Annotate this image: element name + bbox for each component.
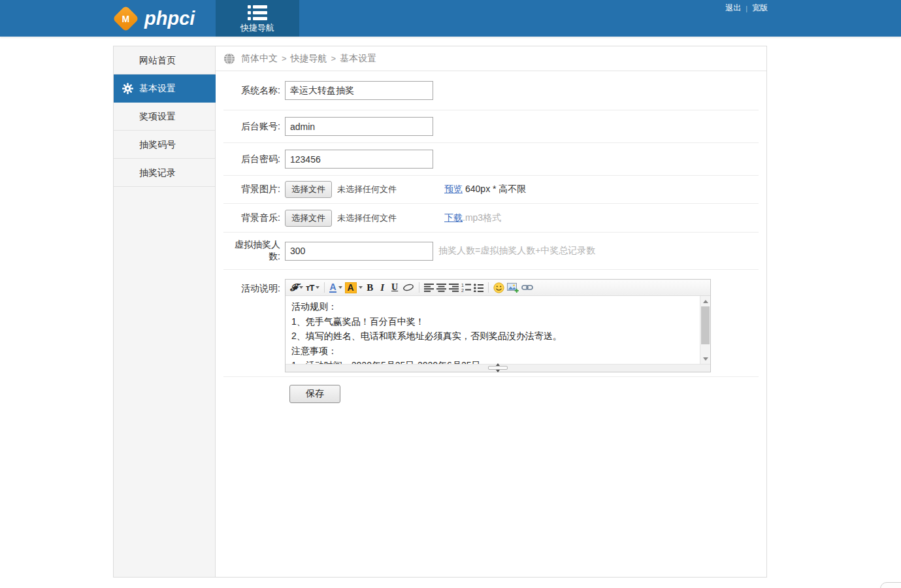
highlight-color-icon: A	[345, 282, 357, 293]
scrollbar-down-arrow[interactable]	[700, 354, 710, 363]
system-name-label: 系统名称:	[223, 85, 285, 97]
form-row-system-name: 系统名称:	[223, 71, 759, 110]
breadcrumb-page: 基本设置	[340, 53, 376, 65]
editor-line: 注意事项：	[291, 344, 693, 359]
scrollbar-thumb[interactable]	[701, 306, 710, 344]
back-to-top-widget[interactable]	[880, 582, 901, 588]
globe-icon	[223, 53, 235, 65]
toolbar-separator	[419, 282, 419, 293]
sidebar-item-prize-settings[interactable]: 奖项设置	[114, 103, 215, 131]
background-image-label: 背景图片:	[223, 184, 285, 195]
remove-format-button[interactable]	[401, 281, 416, 294]
admin-account-input[interactable]	[285, 117, 433, 136]
align-center-icon	[436, 284, 446, 292]
editor-line: 1、活动时间：2020年5月25日-2020年6月25日	[291, 358, 693, 364]
virtual-count-input[interactable]	[285, 242, 433, 261]
sidebar-item-label: 网站首页	[139, 55, 176, 65]
unordered-list-button[interactable]	[472, 281, 485, 294]
sidebar-item-lottery-records[interactable]: 抽奖记录	[114, 159, 215, 187]
align-right-button[interactable]	[448, 281, 460, 294]
form-row-activity-description: 活动说明: 𝓕 ᴛT A	[223, 270, 759, 377]
save-button[interactable]: 保存	[289, 385, 340, 403]
align-center-button[interactable]	[435, 281, 448, 294]
highlight-color-button[interactable]: A	[344, 281, 364, 294]
unordered-list-icon	[474, 284, 483, 292]
toolbar-separator	[324, 282, 325, 293]
system-name-input[interactable]	[285, 81, 433, 100]
nav-tab-quick-navigation[interactable]: 快捷导航	[216, 0, 299, 37]
breadcrumb-section: 快捷导航	[291, 53, 327, 65]
align-right-icon	[449, 284, 459, 292]
virtual-count-hint: 抽奖人数=虚拟抽奖人数+中奖总记录数	[438, 245, 595, 257]
eraser-icon	[402, 283, 414, 292]
nav-tab-label: 快捷导航	[216, 22, 299, 34]
editor-content[interactable]: 活动规则： 1、凭手气赢奖品！百分百中奖！ 2、填写的姓名、电话和联系地址必须真…	[286, 296, 710, 364]
form-row-background-music: 背景音乐: 选择文件 未选择任何文件 下载 .mp3格式	[223, 204, 759, 233]
font-size-button[interactable]: ᴛT	[304, 281, 321, 294]
triangle-down-icon	[703, 357, 708, 361]
admin-password-label: 后台密码:	[223, 154, 285, 165]
editor-line: 活动规则：	[291, 299, 693, 314]
editor-toolbar: 𝓕 ᴛT A A B	[286, 280, 710, 296]
editor-resize-bar[interactable]	[286, 364, 710, 372]
preview-link[interactable]: 预览	[444, 184, 463, 195]
sidebar-item-label: 抽奖记录	[139, 167, 176, 178]
logout-link[interactable]: 退出	[725, 3, 741, 14]
background-music-label: 背景音乐:	[223, 212, 285, 224]
svg-text:1: 1	[461, 283, 464, 287]
sidebar-item-basic-settings[interactable]: 基本设置	[114, 74, 216, 103]
wide-version-link[interactable]: 宽版	[752, 3, 768, 14]
top-header: M phpci 快捷导航 退出 | 宽版	[0, 0, 901, 37]
brand-name: phpci	[144, 8, 195, 29]
breadcrumb-separator: >	[331, 54, 336, 63]
content-area: 简体中文 > 快捷导航 > 基本设置 系统名称: 后台账号: 后台密码: 背景图…	[216, 46, 766, 577]
svg-text:2: 2	[461, 288, 464, 292]
form-row-admin-account: 后台账号:	[223, 110, 759, 143]
breadcrumb-language: 简体中文	[241, 53, 278, 65]
form-row-virtual-count: 虚拟抽奖人数: 抽奖人数=虚拟抽奖人数+中奖总记录数	[223, 233, 759, 270]
font-family-button[interactable]: 𝓕	[289, 281, 304, 294]
background-image-file-widget: 选择文件 未选择任何文件	[285, 181, 444, 198]
breadcrumb: 简体中文 > 快捷导航 > 基本设置	[216, 46, 766, 71]
chevron-down-icon	[338, 286, 342, 289]
align-left-button[interactable]	[423, 281, 435, 294]
italic-button[interactable]: I	[376, 281, 389, 294]
rich-text-editor: 𝓕 ᴛT A A B	[285, 279, 711, 372]
form-row-save: 保存	[223, 377, 759, 411]
editor-line: 2、填写的姓名、电话和联系地址必须真实，否则奖品没办法寄送。	[291, 329, 693, 344]
underline-button[interactable]: U	[389, 281, 401, 294]
download-link[interactable]: 下载	[444, 212, 463, 224]
bold-icon: B	[367, 282, 373, 293]
breadcrumb-separator: >	[282, 54, 287, 63]
underline-icon: U	[391, 282, 398, 293]
emoticon-button[interactable]	[492, 281, 506, 294]
sidebar-item-lottery-codes[interactable]: 抽奖码号	[114, 131, 215, 159]
insert-link-button[interactable]	[520, 281, 534, 294]
ordered-list-button[interactable]: 1 2	[460, 281, 472, 294]
brand-logo[interactable]: M phpci	[115, 0, 195, 37]
links-divider: |	[745, 5, 747, 12]
bold-button[interactable]: B	[364, 281, 376, 294]
insert-image-button[interactable]	[506, 281, 520, 294]
italic-icon: I	[380, 282, 384, 293]
editor-scrollbar[interactable]	[700, 296, 710, 364]
admin-password-input[interactable]	[285, 150, 433, 169]
font-color-button[interactable]: A	[328, 281, 343, 294]
brand-logo-letter: M	[122, 13, 130, 24]
insert-image-icon	[507, 283, 519, 293]
choose-file-button[interactable]: 选择文件	[285, 210, 332, 227]
choose-file-button[interactable]: 选择文件	[285, 181, 332, 198]
virtual-count-label: 虚拟抽奖人数:	[223, 239, 285, 263]
smiley-icon	[493, 282, 504, 293]
main-panel: 网站首页 基本设置 奖项设置	[113, 46, 767, 578]
font-family-icon: 𝓕	[290, 282, 297, 293]
background-music-file-widget: 选择文件 未选择任何文件	[285, 210, 444, 227]
scrollbar-up-arrow[interactable]	[700, 297, 710, 306]
sidebar-item-home[interactable]: 网站首页	[114, 46, 215, 74]
form-row-admin-password: 后台密码:	[223, 143, 759, 176]
font-color-icon: A	[329, 282, 336, 293]
background-music-hint: .mp3格式	[463, 212, 501, 224]
sidebar-item-label: 基本设置	[139, 83, 176, 93]
resize-handle-icon[interactable]	[488, 366, 508, 370]
brand-diamond-icon: M	[112, 5, 139, 31]
